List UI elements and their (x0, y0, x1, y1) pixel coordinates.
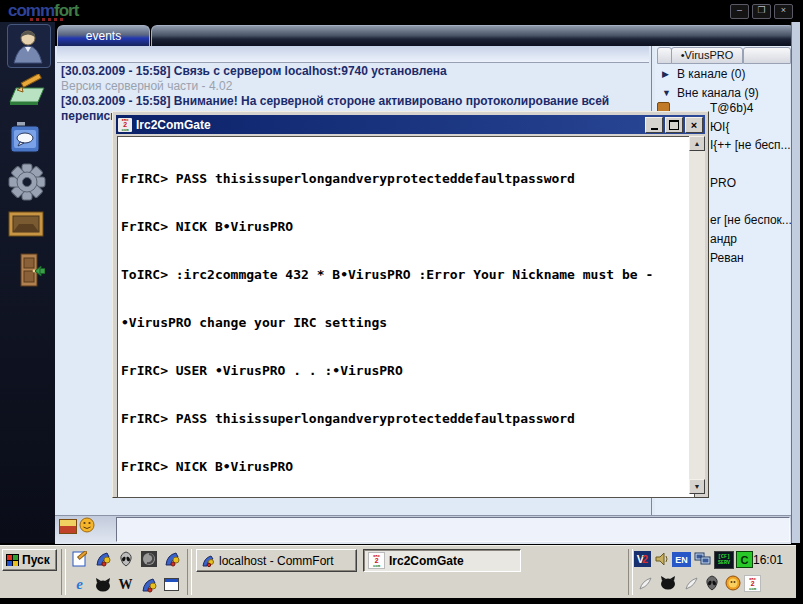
left-sidebar (0, 22, 55, 543)
window-controls: – ❐ × (730, 4, 793, 19)
tray-network-icon[interactable] (694, 551, 711, 567)
tray-c-icon[interactable]: C (736, 551, 753, 568)
start-button[interactable]: Пуск (2, 549, 57, 571)
log-line: Версия серверной части - 4.02 (61, 79, 646, 94)
console-maximize-button[interactable] (665, 117, 683, 133)
logo-dots (30, 18, 63, 21)
exit-door-icon (7, 250, 45, 290)
irc2comgate-controls: × (645, 117, 703, 133)
minimize-button[interactable]: – (730, 4, 749, 19)
message-input[interactable] (116, 517, 790, 542)
notepad-pencil-icon (7, 74, 47, 108)
irc2comgate-window: IRC 2 com Irc2ComGate × FrIRC> PASS this… (112, 111, 709, 498)
group-label: В канале (0) (677, 67, 746, 81)
chevron-right-icon: ▶ (662, 69, 672, 79)
console-line: •VirusPRO change your IRC settings (121, 315, 691, 331)
quicklaunch-ie-icon[interactable]: e (71, 576, 88, 593)
taskbar-separator (187, 549, 192, 595)
log-header-strip (57, 46, 649, 63)
tray-volume-icon[interactable] (654, 551, 670, 567)
irc2com-icon: IRC 2 com (744, 575, 761, 592)
quicklaunch-window-icon[interactable] (163, 576, 180, 593)
tray-alien-icon[interactable] (705, 575, 719, 591)
chevron-down-icon: ▼ (662, 88, 672, 98)
log-line: [30.03.2009 - 15:58] Связь с сервером lo… (61, 64, 646, 79)
irc2comgate-titlebar[interactable]: IRC 2 com Irc2ComGate × (116, 115, 705, 134)
taskbar-separator (61, 549, 66, 595)
quicklaunch-alien-icon[interactable] (117, 550, 134, 567)
console-line: FrIRC> PASS thisissuperlongandveryprotec… (121, 171, 691, 187)
console-close-button[interactable]: × (685, 117, 703, 133)
commfort-titlebar[interactable]: commfort – ❐ × (0, 0, 803, 22)
channel-tab-spacer (743, 47, 791, 64)
sidebar-chat-button[interactable] (7, 120, 49, 156)
console-scrollbar[interactable]: ▲ ▼ (689, 136, 705, 494)
tab-events[interactable]: events (57, 25, 150, 47)
log-line: [30.03.2009 - 15:58] Внимание! На сервер… (61, 94, 646, 109)
quicklaunch-w-icon[interactable]: W (117, 576, 134, 593)
irc2com-icon: IRC 2 com (368, 552, 385, 569)
irc2com-icon: IRC 2 com (118, 118, 132, 132)
console-line: FrIRC> USER •VirusPRO . . :•VirusPRO (121, 363, 691, 379)
screen: commfort – ❐ × (0, 0, 803, 604)
scroll-up-button[interactable]: ▲ (689, 136, 705, 151)
commfort-icon (201, 554, 215, 568)
start-label: Пуск (22, 553, 50, 567)
close-button[interactable]: × (774, 4, 793, 19)
window-right-border (791, 22, 800, 543)
console-line: FrIRC> PASS thisissuperlongandveryprotec… (121, 411, 691, 427)
quicklaunch-commfort-icon[interactable] (94, 550, 111, 567)
tray-feather2-icon[interactable] (684, 576, 699, 591)
console-line: ToIRC> :irc2commgate 432 * B•VirusPRO :E… (121, 267, 691, 283)
sidebar-settings-button[interactable] (7, 162, 49, 202)
scroll-down-button[interactable]: ▼ (689, 479, 705, 494)
taskbar-button-commfort[interactable]: localhost - CommFort (196, 549, 357, 572)
minimize-icon (651, 128, 658, 130)
channel-tab-spacer (657, 47, 672, 64)
tab-events-label: events (86, 29, 121, 43)
chat-window-icon (7, 120, 43, 156)
quicklaunch-commfort2-icon[interactable] (163, 550, 180, 567)
console-output: FrIRC> PASS thisissuperlongandveryprotec… (117, 136, 695, 498)
tray-v2-icon[interactable]: V2 (634, 551, 651, 567)
tray-cat-icon[interactable] (660, 576, 676, 590)
tray-separator (628, 549, 633, 595)
group-label: Вне канала (9) (677, 86, 759, 100)
tray-irc2com-icon[interactable]: IRC 2 com (744, 575, 761, 592)
console-line: FrIRC> NICK B•VirusPRO (121, 219, 691, 235)
insert-image-button[interactable] (59, 519, 77, 534)
quicklaunch-commfort3-icon[interactable] (140, 576, 157, 593)
quicklaunch-notepad-icon[interactable] (71, 550, 88, 567)
irc2comgate-title: Irc2ComGate (136, 118, 211, 132)
gear-icon (7, 162, 47, 202)
tray-feather-icon[interactable] (638, 576, 653, 591)
tray-cfserv-icon[interactable]: [CF] SERV (714, 551, 734, 569)
quicklaunch-swirl-icon[interactable] (140, 550, 157, 567)
user-avatar[interactable] (7, 24, 51, 68)
close-icon: × (691, 120, 697, 131)
tab-viruspro[interactable]: •VirusPRO (671, 47, 743, 64)
tab-strip-filler (151, 25, 795, 47)
taskbar-button-label: localhost - CommFort (219, 554, 334, 568)
maximize-icon (669, 120, 679, 130)
quicklaunch-cat-icon[interactable] (94, 576, 111, 593)
taskbar-button-irc2comgate[interactable]: IRC 2 com Irc2ComGate (363, 549, 521, 572)
tray-language-indicator[interactable]: EN (672, 552, 691, 567)
console-minimize-button[interactable] (645, 117, 663, 133)
sidebar-exit-button[interactable] (7, 250, 49, 290)
screen-bottom-edge (0, 598, 803, 604)
sidebar-files-button[interactable] (7, 210, 49, 238)
avatar-person-icon (8, 25, 48, 65)
picture-frame-icon (7, 210, 45, 238)
group-in-channel[interactable]: ▶ В канале (0) (655, 65, 790, 82)
tray-clock-smiley-icon[interactable] (725, 575, 741, 591)
taskbar-button-label: Irc2ComGate (389, 554, 464, 568)
smiley-button[interactable] (79, 517, 95, 533)
console-line: FrIRC> NICK B•VirusPRO (121, 459, 691, 475)
tray-clock[interactable]: 16:01 (753, 553, 783, 567)
taskbar: Пуск e W l (0, 545, 796, 599)
smiley-icon (79, 517, 95, 533)
windows-logo-icon (6, 554, 19, 566)
sidebar-notes-button[interactable] (7, 74, 49, 108)
restore-button[interactable]: ❐ (752, 4, 771, 19)
